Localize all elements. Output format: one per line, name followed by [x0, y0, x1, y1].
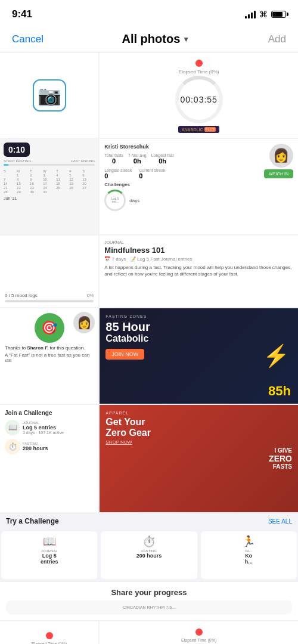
lightning-icon: ⚡ — [263, 343, 290, 369]
recording-dot-4 — [195, 628, 203, 636]
nav-bar: Cancel All photos ▼ Add — [0, 26, 298, 52]
share-preview-area: CIRCADIAN RHYTHM 7:6... — [6, 600, 292, 614]
thanks-text: Thanks to Sharon F. for this question. — [5, 345, 94, 351]
photo-cell-4[interactable]: Kristi Storeschuk 👩 Total fasts 0 7-fast… — [100, 139, 298, 234]
challenge-detail: days — [129, 198, 139, 203]
join-item-fasting: ⏱️ FASTING 200 hours — [5, 439, 94, 454]
recording-dot-2 — [46, 632, 53, 639]
mood-log-bar — [5, 300, 94, 302]
status-time: 9:41 — [12, 8, 32, 20]
mini-calendar: SMTWTFS 123456 78910111213 1415161718192… — [4, 169, 95, 194]
cancel-button[interactable]: Cancel — [12, 33, 44, 45]
join-challenge-title: Join a Challenge — [5, 410, 94, 416]
photo-cell-9[interactable]: Join a Challenge 📖 JOURNAL Log 5 entries… — [0, 405, 98, 512]
challenge-progress-circle: Log 5ent... — [104, 190, 126, 211]
photo-cell-6[interactable]: JOURNAL Mindfulness 101 📅 7 days 📝 Log 5… — [100, 236, 298, 307]
catabolic-subtitle: Catabolic — [105, 333, 292, 344]
chevron-down-icon: ▼ — [182, 35, 190, 44]
catabolic-number: 85h — [268, 383, 291, 399]
journal-chip-icon: 📖 — [5, 535, 94, 548]
catabolic-title: 85 Hour — [105, 320, 292, 333]
elapsed-label-4: Elapsed Time (0%) — [181, 638, 216, 642]
wifi-icon: ⌘ — [259, 10, 268, 19]
chip-extra[interactable]: 🏃 FA... Koh... — [201, 531, 297, 579]
extra-chip-icon: 🏃 — [204, 535, 293, 548]
fasting-chip-icon: ⏱️ — [104, 535, 193, 548]
mood-log-text: 0 / 5 mood logs — [5, 293, 38, 298]
elapsed-label: Elapsed Time (0%) — [179, 69, 219, 75]
challenges-row: Log 5ent... days — [104, 190, 293, 211]
try-challenge-header: Try a Challenge SEE ALL — [0, 513, 298, 529]
share-progress-title: Share your progress — [6, 588, 292, 597]
mood-log-pct: 0% — [87, 293, 94, 298]
mindfulness-desc: A lot happens during a fast. Tracking yo… — [104, 264, 293, 277]
weigh-in-button[interactable]: WEIGH IN — [264, 169, 293, 178]
profile-name: Kristi Storeschuk — [104, 144, 293, 150]
fasting-bar-fill — [4, 164, 8, 166]
journal-mini-label: Log 5ent... — [111, 197, 119, 204]
total-fasts-stat: Total fasts 0 — [104, 153, 123, 165]
avg-fast-stat: 7-fast avg 0h — [128, 153, 147, 165]
chip-name-1: Log 5entries — [5, 553, 94, 565]
status-icons: ⌘ — [245, 10, 286, 19]
elapsed-label-2: Elapsed Time (0%) — [32, 642, 67, 644]
photo-grid: 📷 Elapsed Time (0%) 00:03:55 ANABOLIC PL… — [0, 52, 298, 644]
camera-icon: 📷 — [33, 79, 66, 112]
month-label: Jun '21 — [4, 196, 95, 200]
streak-row: Longest streak 0 Current streak 0 WEIGH … — [104, 168, 293, 179]
photo-cell-8[interactable]: FASTING ZONES 85 Hour Catabolic JOIN NOW… — [100, 308, 298, 404]
photo-cell-10[interactable]: APPAREL Get YourZero Gear SHOP NOW I GIV… — [100, 405, 298, 512]
mindfulness-meta: 📅 7 days 📝 Log 5 Fast Journal entries — [104, 256, 293, 262]
timer-value: 00:03:55 — [180, 95, 218, 104]
photo-cell-timer3[interactable]: Elapsed Time (0%) 00:01:50 ANABOLIC PLUS — [0, 621, 98, 644]
chip-journal[interactable]: 📖 JOURNAL Log 5entries — [1, 531, 97, 579]
quote-text: A "Fat Fast" is not a true fast as you c… — [5, 352, 94, 363]
share-progress-section: Share your progress CIRCADIAN RHYTHM 7:6… — [0, 581, 298, 620]
shop-now-link[interactable]: SHOP NOW — [105, 439, 292, 445]
person-avatar: 👩 — [73, 312, 95, 333]
plus-badge: PLUS — [204, 127, 216, 132]
mood-log-row: 0 / 5 mood logs 0% — [5, 293, 94, 298]
profile-stats: Total fasts 0 7-fast avg 0h Longest fast… — [104, 153, 293, 165]
photo-cell-7[interactable]: 🎯 👩 Thanks to Sharon F. for this questio… — [0, 308, 98, 404]
circadian-label: CIRCADIAN RHYTHM 7:6... — [123, 605, 175, 609]
see-all-link[interactable]: SEE ALL — [268, 518, 292, 525]
fasting-icon: ⏱️ — [5, 439, 20, 454]
apparel-tag: APPAREL — [105, 411, 292, 415]
longest-fast-stat: Longest fast 0h — [151, 153, 174, 165]
fasting-progress-bar — [4, 164, 95, 166]
fasting-zones-tag: FASTING ZONES — [105, 314, 292, 318]
challenge-goal-icon: 🎯 — [35, 313, 64, 343]
chip-fasting[interactable]: ⏱️ FASTING 200 hours — [101, 531, 197, 579]
join-now-button[interactable]: JOIN NOW — [105, 349, 144, 360]
avatar: 👩 — [269, 144, 293, 168]
recording-dot — [195, 60, 203, 67]
challenges-label: Challenges — [104, 182, 293, 187]
fasting-labels: START FASTING FAST ENDING — [4, 159, 95, 163]
promo-right-text: I GIVE ZERO FASTS — [269, 447, 292, 470]
join-item-journal: 📖 JOURNAL Log 5 entries 3 days · 107.1K … — [5, 420, 94, 435]
try-challenge-title: Try a Challenge — [6, 517, 59, 525]
signal-icon — [245, 11, 256, 18]
battery-fill — [272, 12, 283, 17]
chip-name-3: Koh... — [204, 553, 293, 565]
photo-cell-3[interactable]: 0:10 START FASTING FAST ENDING SMTWTFS 1… — [0, 139, 98, 234]
photo-cell-1[interactable]: 📷 — [0, 52, 98, 138]
chip-name-2: 200 hours — [104, 553, 193, 559]
photo-cell-2[interactable]: Elapsed Time (0%) 00:03:55 ANABOLIC PLUS — [100, 52, 298, 138]
battery-icon — [271, 11, 286, 18]
photo-cell-5[interactable]: 0 / 5 mood logs 0% — [0, 236, 98, 307]
page-title: All photos ▼ — [122, 32, 190, 46]
anabolic-badge: ANABOLIC PLUS — [178, 126, 219, 133]
circle-progress: 00:03:55 — [175, 76, 223, 123]
status-bar: 9:41 ⌘ — [0, 0, 298, 26]
journal-tag: JOURNAL — [104, 240, 293, 244]
photo-cell-timer2[interactable]: Elapsed Time (0%) 00:01:31 ANABOLIC PLUS — [100, 621, 298, 644]
journal-icon: 📖 — [5, 420, 20, 435]
add-button[interactable]: Add — [268, 33, 286, 45]
fasting-countdown: 0:10 — [4, 143, 30, 157]
mindfulness-title: Mindfulness 101 — [104, 246, 293, 255]
promo-title: Get YourZero Gear — [105, 417, 292, 438]
